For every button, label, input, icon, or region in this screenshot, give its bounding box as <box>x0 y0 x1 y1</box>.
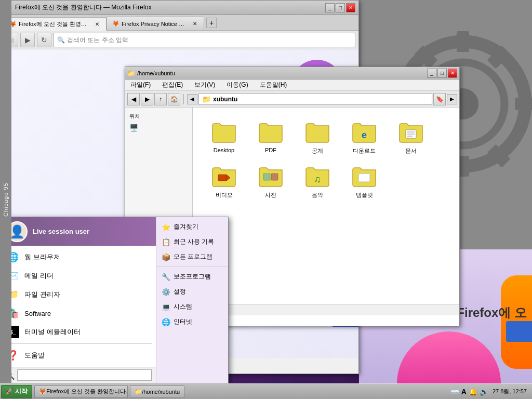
tab-1-close[interactable]: ✕ <box>191 20 198 27</box>
smi-mail-label: 메일 리더 <box>24 271 54 281</box>
fm-window-controls: _ □ ✕ <box>427 69 457 78</box>
close-button[interactable]: ✕ <box>346 3 355 12</box>
firefox-tabs: 🦊 Firefox에 오신 것을 환영합니다 ✕ 🦊 Firefox Priva… <box>1 15 358 31</box>
menu-help[interactable]: 도움말(H) <box>257 79 290 90</box>
smi-term-label: 터미널 에뮬레이터 <box>24 327 81 337</box>
smi-mail[interactable]: ✉️ 메일 리더 <box>1 267 156 285</box>
svg-rect-33 <box>358 174 370 182</box>
smi-help-label: 도움말 <box>24 351 45 360</box>
smr-recent-icon: 📋 <box>162 238 170 246</box>
taskbar-clock: 27 8월, 12:57 <box>490 388 529 395</box>
fm-icon-downloads[interactable]: e 다운로드 <box>343 118 385 157</box>
menu-edit[interactable]: 편집(E) <box>159 79 186 90</box>
tab-1[interactable]: 🦊 Firefox Privacy Notice — Mozi... ✕ <box>107 17 204 30</box>
avatar-icon: 👤 <box>9 224 25 239</box>
fm-video-label: 비디오 <box>216 191 233 199</box>
smr-accessories[interactable]: 🔧 보조프로그램 <box>156 269 228 284</box>
tab-0[interactable]: 🦊 Firefox에 오신 것을 환영합니다 ✕ <box>4 17 107 31</box>
smr-internet[interactable]: 🌐 인터넷 <box>156 314 228 329</box>
fm-icon-docs[interactable]: 문서 <box>390 118 432 157</box>
address-bar[interactable]: 🔍 <box>54 33 355 47</box>
reload-button[interactable]: ↻ <box>37 33 51 47</box>
start-menu-submenu: ⭐ 즐겨찾기 📋 최근 사용 기록 📦 모든 프로그램 🔧 보조프로그램 ⚙️ … <box>156 217 228 383</box>
taskbar-tray: ⌨️ A 🔔 🔊 27 8월, 12:57 <box>450 388 532 396</box>
smr-recent-label: 최근 사용 기록 <box>174 237 215 246</box>
fm-docs-label: 문서 <box>405 147 417 155</box>
smi-terminal[interactable]: $_ 터미널 에뮬레이터 <box>1 323 156 341</box>
tab-0-close[interactable]: ✕ <box>94 21 101 28</box>
tab-1-label: Firefox Privacy Notice — Mozi... <box>122 21 189 27</box>
fm-photos-img <box>258 164 283 189</box>
filemanager-content: Desktop PDF 공개 <box>193 108 459 304</box>
start-menu-left: 👤 Live session user 🌐 웹 브라우저 ✉️ 메일 리더 📁 … <box>1 217 156 383</box>
smi-software[interactable]: 🛍️ Software <box>1 304 156 323</box>
smr-system[interactable]: 💻 시스템 <box>156 299 228 314</box>
smr-find[interactable]: ⭐ 즐겨찾기 <box>156 219 228 234</box>
fm-icon-pdf[interactable]: PDF <box>250 118 291 157</box>
fm-icon-photos[interactable]: 사진 <box>250 162 291 201</box>
svg-text:♫: ♫ <box>314 174 321 184</box>
fm-location-icon: 📁 <box>202 95 211 103</box>
svg-rect-30 <box>263 174 270 180</box>
start-search-input[interactable] <box>17 369 152 381</box>
filemanager-titlebar: 📁 /home/xubuntu _ □ ✕ <box>125 67 459 79</box>
fm-location-bar[interactable]: 📁 xubuntu <box>198 94 432 105</box>
fm-video-img <box>211 164 236 189</box>
address-input[interactable] <box>67 36 352 44</box>
smr-internet-icon: 🌐 <box>162 318 170 326</box>
fm-music-img: ♫ <box>305 164 330 189</box>
smr-settings[interactable]: ⚙️ 설정 <box>156 284 228 299</box>
fm-window-icon: 📁 <box>127 70 135 77</box>
smr-settings-icon: ⚙️ <box>162 288 170 296</box>
firefox-window-title: Firefox에 오신 것을 환영합니다 — Mozilla Firefox <box>15 3 325 12</box>
fm-icon-desktop[interactable]: Desktop <box>203 118 245 157</box>
fm-close-button[interactable]: ✕ <box>448 69 457 78</box>
menu-view[interactable]: 보기(V) <box>191 79 218 90</box>
fm-back-button[interactable]: ◀ <box>127 93 140 105</box>
svg-rect-31 <box>271 174 278 180</box>
smr-all-programs[interactable]: 📦 모든 프로그램 <box>156 249 228 264</box>
smr-find-icon: ⭐ <box>162 223 170 231</box>
start-button[interactable]: 🚀 시작 <box>1 385 32 398</box>
svg-rect-9 <box>457 31 469 52</box>
taskbar: 🚀 시작 🦊 Firefox에 오신 것을 환영합니다... 📁 /home/x… <box>0 383 532 399</box>
taskbar-fm-icon: 📁 <box>135 388 142 395</box>
fm-icon-video[interactable]: 비디오 <box>203 162 245 201</box>
menu-file[interactable]: 파일(F) <box>127 79 154 90</box>
start-menu-search: 🔍 <box>1 367 156 383</box>
fm-pdf-label: PDF <box>265 147 276 153</box>
blue-button <box>506 321 532 342</box>
fm-templates-label: 템플릿 <box>356 191 373 199</box>
start-menu-header: 👤 Live session user <box>1 217 156 246</box>
fm-maximize-button[interactable]: □ <box>437 69 447 78</box>
fm-icon-templates[interactable]: 템플릿 <box>343 162 385 201</box>
fm-nav-next[interactable]: ▶ <box>447 94 457 104</box>
fm-minimize-button[interactable]: _ <box>427 69 436 78</box>
tab-add-button[interactable]: + <box>206 18 217 28</box>
minimize-button[interactable]: _ <box>325 3 335 12</box>
fm-icon-music[interactable]: ♫ 음악 <box>297 162 338 201</box>
smr-system-icon: 💻 <box>162 303 170 311</box>
menu-go[interactable]: 이동(G) <box>223 79 251 90</box>
smi-sw-label: Software <box>24 310 51 317</box>
smi-help[interactable]: ❓ 도움말 <box>1 346 156 365</box>
forward-button[interactable]: ▶ <box>20 33 35 47</box>
maximize-button[interactable]: □ <box>336 3 345 12</box>
fm-icon-public[interactable]: 공개 <box>297 118 338 157</box>
taskbar-firefox-icon: 🦊 <box>39 388 46 395</box>
smr-recent[interactable]: 📋 최근 사용 기록 <box>156 234 228 249</box>
start-menu-items: 🌐 웹 브라우저 ✉️ 메일 리더 📁 파일 관리자 🛍️ Software <box>1 246 156 367</box>
fm-forward-button[interactable]: ▶ <box>141 93 153 105</box>
fm-up-button[interactable]: ↑ <box>154 93 167 105</box>
fm-bookmark-button[interactable]: 🔖 <box>433 93 446 105</box>
firefox-toolbar: ◀ ▶ ↻ 🔍 <box>1 31 358 49</box>
search-icon: 🔍 <box>57 36 65 44</box>
sidebar-item-1[interactable]: 🖥️ <box>125 122 192 134</box>
smi-web-browser[interactable]: 🌐 웹 브라우저 <box>1 248 156 267</box>
taskbar-item-firefox[interactable]: 🦊 Firefox에 오신 것을 환영합니다... <box>34 385 128 398</box>
smi-file-manager[interactable]: 📁 파일 관리자 <box>1 285 156 304</box>
taskbar-item-fm[interactable]: 📁 /home/xubuntu <box>130 385 184 398</box>
smi-web-label: 웹 브라우저 <box>24 252 60 262</box>
fm-home-button[interactable]: 🏠 <box>168 93 180 105</box>
fm-nav-prev[interactable]: ◀ <box>187 94 197 104</box>
